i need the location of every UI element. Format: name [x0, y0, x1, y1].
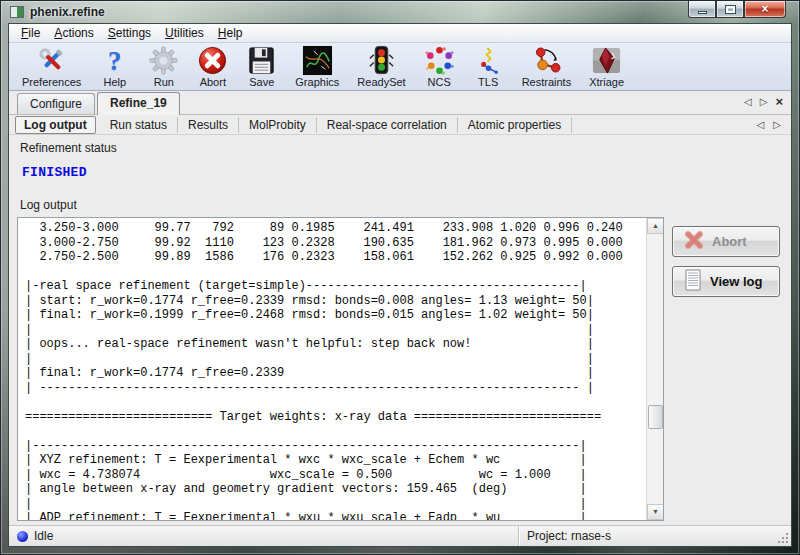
- toolbar: Preferences ? Help: [9, 43, 791, 91]
- toolbar-label: Abort: [200, 76, 226, 88]
- window-frame: File Actions Settings Utilities Help: [8, 23, 792, 547]
- titlebar[interactable]: phenix.refine ×: [1, 1, 799, 23]
- subtab-scroll-right-icon[interactable]: ▷: [773, 119, 781, 131]
- status-state-text: Idle: [34, 529, 53, 543]
- readyset-traffic-light-icon: [366, 45, 397, 76]
- menu-help[interactable]: Help: [211, 24, 250, 42]
- status-project-section: Project: rnase-s: [519, 529, 791, 543]
- toolbar-graphics-button[interactable]: Graphics: [286, 45, 348, 88]
- scroll-up-icon[interactable]: ▲: [647, 218, 664, 234]
- toolbar-help-button[interactable]: ? Help: [90, 45, 139, 88]
- minimize-button[interactable]: [688, 1, 716, 18]
- toolbar-label: Help: [104, 76, 127, 88]
- log-output-panel: Refinement status FINISHED Log output 3.…: [9, 135, 791, 525]
- tab-configure[interactable]: Configure: [17, 93, 95, 114]
- refinement-status-label: Refinement status: [20, 141, 788, 155]
- toolbar-readyset-button[interactable]: ReadySet: [348, 45, 414, 88]
- sub-tabbar: Log output Run status Results MolProbity…: [9, 115, 791, 135]
- toolbar-run-button[interactable]: Run: [139, 45, 188, 88]
- abort-x-icon: [683, 229, 705, 255]
- toolbar-label: Graphics: [295, 76, 339, 88]
- menu-settings[interactable]: Settings: [101, 24, 158, 42]
- app-icon: [10, 6, 24, 18]
- abort-side-label: Abort: [712, 234, 747, 249]
- scrollbar-thumb[interactable]: [648, 405, 663, 429]
- log-output-label: Log output: [20, 198, 788, 212]
- toolbar-abort-button[interactable]: Abort: [188, 45, 237, 88]
- toolbar-tls-button[interactable]: TLS: [464, 45, 513, 88]
- preferences-tools-icon: [36, 45, 67, 76]
- graphics-molecule-icon: [302, 45, 333, 76]
- close-button[interactable]: ×: [744, 1, 786, 18]
- window-title: phenix.refine: [30, 5, 105, 19]
- subtab-results[interactable]: Results: [178, 117, 239, 133]
- menu-actions[interactable]: Actions: [47, 24, 100, 42]
- run-gear-icon: [148, 45, 179, 76]
- status-state-section: Idle: [9, 526, 519, 546]
- menubar: File Actions Settings Utilities Help: [9, 24, 791, 43]
- menu-utilities[interactable]: Utilities: [158, 24, 211, 42]
- side-button-column: Abort: [664, 217, 788, 521]
- log-scrollbar[interactable]: ▲ ▼: [646, 218, 663, 520]
- xtriage-crystal-icon: [591, 45, 622, 76]
- save-floppy-icon: [246, 45, 277, 76]
- toolbar-xtriage-button[interactable]: Xtriage: [580, 45, 633, 88]
- menu-file[interactable]: File: [14, 24, 47, 42]
- toolbar-label: NCS: [428, 76, 451, 88]
- toolbar-label: Preferences: [22, 76, 81, 88]
- document-icon: [683, 269, 703, 295]
- tab-close-icon[interactable]: ×: [775, 96, 783, 108]
- tab-scroll-left-icon[interactable]: ◁: [744, 96, 752, 108]
- subtab-atomic-properties[interactable]: Atomic properties: [458, 117, 572, 133]
- project-name-text: Project: rnase-s: [527, 529, 611, 543]
- close-icon: ×: [761, 3, 768, 15]
- subtab-scroll-left-icon[interactable]: ◁: [757, 119, 765, 131]
- toolbar-save-button[interactable]: Save: [237, 45, 286, 88]
- resize-grip[interactable]: [786, 541, 788, 543]
- tab-scroll-right-icon[interactable]: ▷: [760, 96, 768, 108]
- toolbar-label: Xtriage: [589, 76, 624, 88]
- toolbar-ncs-button[interactable]: NCS: [415, 45, 464, 88]
- toolbar-label: ReadySet: [357, 76, 405, 88]
- subtab-real-space-correlation[interactable]: Real-space correlation: [317, 117, 458, 133]
- subtab-log-output[interactable]: Log output: [15, 116, 96, 134]
- toolbar-preferences-button[interactable]: Preferences: [13, 45, 90, 88]
- statusbar: Idle Project: rnase-s: [9, 525, 791, 546]
- idle-status-icon: [17, 531, 28, 542]
- minimize-icon: [698, 11, 707, 14]
- help-question-icon: ?: [99, 45, 130, 76]
- subtab-run-status[interactable]: Run status: [100, 117, 178, 133]
- scroll-down-icon[interactable]: ▼: [647, 504, 664, 520]
- view-log-button[interactable]: View log: [672, 266, 780, 297]
- toolbar-label: Save: [249, 76, 274, 88]
- tls-molecule-icon: [473, 45, 504, 76]
- view-log-label: View log: [710, 274, 763, 289]
- maximize-icon: [726, 6, 735, 13]
- tab-refine-19[interactable]: Refine_19: [97, 92, 180, 115]
- log-text-area[interactable]: 3.250-3.000 99.77 792 89 0.1985 241.491 …: [17, 217, 664, 521]
- toolbar-restraints-button[interactable]: Restraints: [513, 45, 581, 88]
- toolbar-label: Run: [154, 76, 174, 88]
- restraints-atoms-icon: [531, 45, 562, 76]
- log-text[interactable]: 3.250-3.000 99.77 792 89 0.1985 241.491 …: [18, 218, 646, 520]
- subtab-molprobity[interactable]: MolProbity: [239, 117, 317, 133]
- abort-side-button[interactable]: Abort: [672, 226, 780, 257]
- phenix-refine-window: phenix.refine × File Actions Settings Ut…: [0, 0, 800, 555]
- main-tabbar: Configure Refine_19 ◁ ▷ ×: [9, 91, 791, 115]
- abort-red-x-icon: [197, 45, 228, 76]
- ncs-molecules-icon: [424, 45, 455, 76]
- refinement-status-value: FINISHED: [22, 165, 788, 180]
- toolbar-label: TLS: [478, 76, 498, 88]
- maximize-button[interactable]: [716, 1, 744, 18]
- toolbar-label: Restraints: [522, 76, 572, 88]
